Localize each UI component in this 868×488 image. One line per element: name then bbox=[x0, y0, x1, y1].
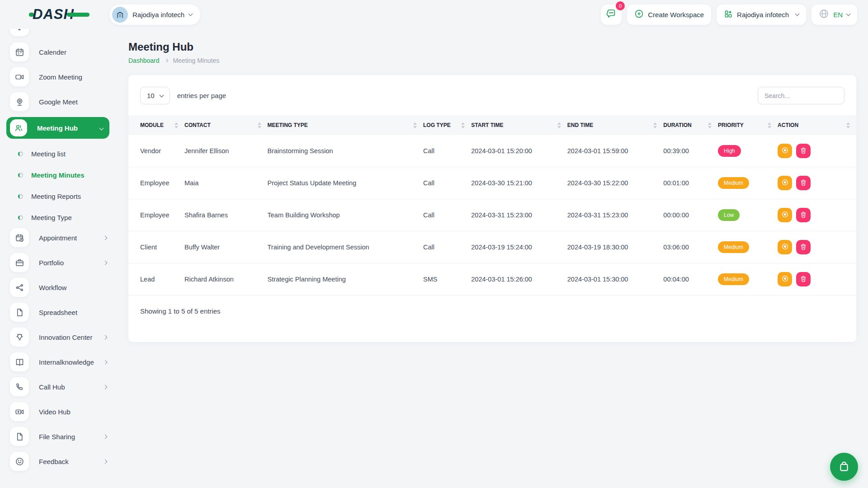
cell-action bbox=[778, 135, 856, 167]
delete-button[interactable] bbox=[796, 176, 811, 190]
column-header-end-time[interactable]: END TIME bbox=[567, 115, 664, 135]
delete-button[interactable] bbox=[796, 272, 811, 286]
sidebar-item-label: Internalknowledge bbox=[39, 358, 94, 366]
sidebar-item-workflow[interactable]: Workflow bbox=[10, 278, 114, 297]
sidebar-item-innovation-center[interactable]: Innovation Center bbox=[10, 328, 114, 347]
bulb-icon bbox=[10, 328, 29, 347]
column-header-meeting-type[interactable]: MEETING TYPE bbox=[268, 115, 424, 135]
sidebar-item-spreadsheet[interactable]: Spreadsheet bbox=[10, 303, 114, 322]
table-row: EmployeeMaiaProject Status Update Meetin… bbox=[128, 167, 856, 199]
sidebar-subitem-meeting-minutes[interactable]: Meeting Minutes bbox=[10, 164, 114, 186]
priority-badge: Low bbox=[718, 209, 740, 221]
messages-button[interactable]: 0 bbox=[601, 5, 622, 25]
sidebar-item-internalknowledge[interactable]: Internalknowledge bbox=[10, 352, 114, 371]
entries-per-page-select[interactable]: 10 bbox=[140, 87, 170, 104]
cell-contact: Shafira Barnes bbox=[184, 199, 268, 231]
cell-contact: Richard Atkinson bbox=[184, 263, 268, 296]
phone-icon bbox=[10, 377, 29, 396]
sidebar-item-google-meet[interactable]: Google Meet bbox=[10, 92, 114, 111]
view-button[interactable] bbox=[778, 144, 792, 158]
eye-icon bbox=[781, 211, 789, 220]
delete-button[interactable] bbox=[796, 144, 811, 158]
sidebar-subitem-meeting-type[interactable]: Meeting Type bbox=[10, 207, 114, 228]
priority-badge: Medium bbox=[718, 241, 749, 253]
cell-log-type: Call bbox=[423, 199, 471, 231]
sidebar-item-feedback[interactable]: Feedback bbox=[10, 452, 114, 471]
bullet-icon bbox=[18, 173, 23, 178]
chevron-right-icon bbox=[103, 385, 108, 389]
sidebar-item-label: Zoom Meeting bbox=[39, 73, 82, 81]
sidebar-item-appointment[interactable]: Appointment bbox=[10, 228, 114, 247]
table-footer-status: Showing 1 to 5 of 5 entries bbox=[128, 296, 856, 315]
cell-action bbox=[778, 167, 856, 199]
file-icon bbox=[10, 427, 29, 446]
company-dropdown[interactable]: Rajodiya infotech bbox=[717, 5, 806, 25]
table-header-row: MODULECONTACTMEETING TYPELOG TYPESTART T… bbox=[128, 115, 856, 135]
sidebar-item-label: Appointment bbox=[39, 234, 77, 242]
cell-meeting-type: Team Building Workshop bbox=[268, 199, 424, 231]
partially-visible-menu-item[interactable] bbox=[10, 29, 114, 36]
sidebar-subitem-meeting-list[interactable]: Meeting list bbox=[10, 143, 114, 164]
sidebar-item-portfolio[interactable]: Portfolio bbox=[10, 253, 114, 272]
delete-button[interactable] bbox=[796, 240, 811, 254]
brand-logo[interactable]: DASH bbox=[29, 6, 90, 23]
video-icon bbox=[10, 67, 29, 86]
floating-cart-button[interactable] bbox=[830, 453, 858, 481]
workspace-selector[interactable]: Rajodiya infotech bbox=[109, 5, 200, 25]
view-button[interactable] bbox=[778, 272, 792, 286]
meeting-minutes-card: 10 entries per page MODULECONTACTMEETING… bbox=[128, 75, 856, 342]
create-workspace-button[interactable]: Create Workspace bbox=[627, 5, 711, 25]
sidebar-subitem-meeting-reports[interactable]: Meeting Reports bbox=[10, 186, 114, 207]
chevron-right-icon bbox=[164, 59, 168, 62]
cell-duration: 03:06:00 bbox=[663, 231, 718, 263]
column-header-log-type[interactable]: LOG TYPE bbox=[423, 115, 471, 135]
column-header-priority[interactable]: PRIORITY bbox=[718, 115, 778, 135]
workflow-icon bbox=[10, 278, 29, 297]
sidebar-item-call-hub[interactable]: Call Hub bbox=[10, 377, 114, 396]
column-header-module[interactable]: MODULE bbox=[128, 115, 184, 135]
sidebar-item-label: Feedback bbox=[39, 458, 69, 465]
sidebar-item-meeting-hub[interactable]: Meeting Hub bbox=[6, 117, 109, 139]
view-button[interactable] bbox=[778, 240, 792, 254]
column-header-action[interactable]: ACTION bbox=[778, 115, 856, 135]
sidebar-item-calender[interactable]: Calender bbox=[10, 42, 114, 61]
cell-priority: High bbox=[718, 135, 778, 167]
column-header-contact[interactable]: CONTACT bbox=[184, 115, 268, 135]
sidebar-subitem-label: Meeting Minutes bbox=[31, 171, 85, 179]
search-input[interactable] bbox=[758, 87, 844, 104]
sidebar-item-label: Spreadsheet bbox=[39, 309, 77, 316]
eye-icon bbox=[781, 178, 789, 188]
cell-log-type: Call bbox=[423, 167, 471, 199]
cell-priority: Medium bbox=[718, 167, 778, 199]
sort-arrows-icon bbox=[846, 122, 850, 128]
sort-arrows-icon bbox=[708, 122, 712, 128]
breadcrumb-dashboard-link[interactable]: Dashboard bbox=[128, 57, 160, 64]
sidebar-item-label: Portfolio bbox=[39, 259, 64, 267]
cell-contact: Maia bbox=[184, 167, 268, 199]
sidebar-item-zoom-meeting[interactable]: Zoom Meeting bbox=[10, 67, 114, 86]
sidebar-item-video-hub[interactable]: Video Hub bbox=[10, 402, 114, 421]
column-header-duration[interactable]: DURATION bbox=[663, 115, 718, 135]
cell-end-time: 2024-03-31 15:23:00 bbox=[567, 199, 664, 231]
language-selector[interactable]: EN bbox=[811, 5, 857, 25]
top-bar-actions: 0 Create Workspace Rajodiya infotech bbox=[601, 5, 857, 25]
bullet-icon bbox=[18, 194, 23, 199]
view-button[interactable] bbox=[778, 176, 792, 190]
column-header-start-time[interactable]: START TIME bbox=[471, 115, 567, 135]
sidebar-item-label: Calender bbox=[39, 48, 66, 56]
cell-module: Vendor bbox=[128, 135, 184, 167]
workspace-name: Rajodiya infotech bbox=[132, 11, 184, 19]
priority-badge: Medium bbox=[718, 273, 749, 285]
cell-module: Employee bbox=[128, 167, 184, 199]
cell-module: Lead bbox=[128, 263, 184, 296]
priority-badge: Medium bbox=[718, 177, 749, 189]
meeting-minutes-table: MODULECONTACTMEETING TYPELOG TYPESTART T… bbox=[128, 115, 856, 296]
sidebar-item-label: File Sharing bbox=[39, 433, 75, 441]
sidebar-item-file-sharing[interactable]: File Sharing bbox=[10, 427, 114, 446]
delete-button[interactable] bbox=[796, 208, 811, 222]
cell-start-time: 2024-03-30 15:21:00 bbox=[471, 167, 567, 199]
file-icon bbox=[10, 303, 29, 322]
video-plus-icon bbox=[10, 402, 29, 421]
view-button[interactable] bbox=[778, 208, 792, 222]
globe-icon bbox=[819, 9, 829, 21]
